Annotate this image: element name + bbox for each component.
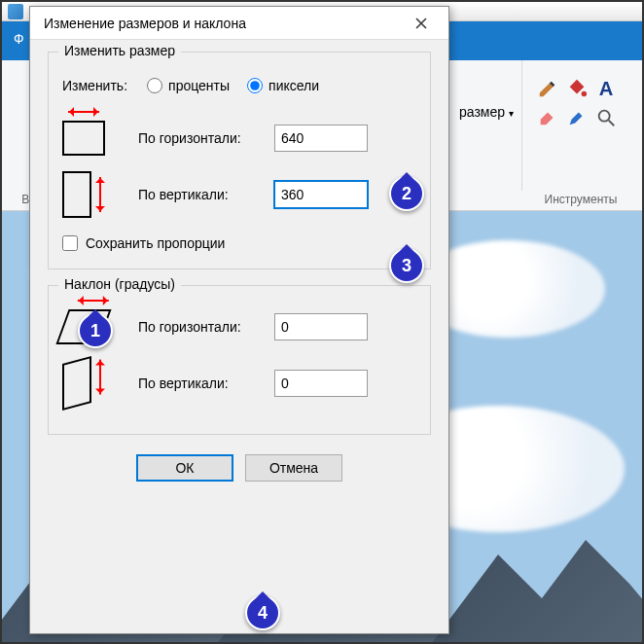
paint-app-icon — [8, 4, 23, 19]
resize-vertical-icon — [62, 171, 91, 218]
skew-group: Наклон (градусы) По горизонтали: По верт… — [48, 285, 431, 435]
dialog-title: Изменение размеров и наклона — [44, 16, 402, 31]
callout-3: 3 — [389, 248, 424, 283]
callout-2: 2 — [389, 176, 424, 211]
tools-label: Инструменты — [527, 193, 634, 206]
skew-horizontal-input[interactable] — [274, 313, 368, 340]
close-button[interactable] — [402, 10, 441, 37]
skew-group-title: Наклон (градусы) — [58, 276, 181, 292]
resize-group: Изменить размер Изменить: проценты пиксе… — [48, 52, 431, 269]
eyedropper-icon[interactable] — [566, 107, 588, 128]
chevron-down-icon: ▾ — [509, 108, 514, 119]
svg-text:A: A — [599, 78, 614, 99]
resize-by-label: Изменить: — [62, 78, 127, 93]
vertical-label: По вертикали: — [138, 186, 274, 203]
bucket-icon[interactable] — [566, 78, 588, 99]
callout-1: 1 — [78, 313, 113, 348]
magnifier-icon[interactable] — [595, 107, 617, 128]
text-icon[interactable]: A — [595, 78, 617, 99]
svg-point-2 — [599, 111, 610, 122]
cancel-button[interactable]: Отмена — [245, 454, 342, 482]
tools-group: A — [537, 78, 620, 128]
resize-group-title: Изменить размер — [58, 43, 181, 58]
skew-horizontal-label: По горизонтали: — [138, 318, 274, 336]
svg-line-3 — [609, 121, 615, 126]
vertical-input[interactable] — [274, 181, 368, 208]
close-icon — [415, 18, 427, 29]
eraser-icon[interactable] — [537, 107, 558, 128]
pencil-icon[interactable] — [537, 78, 558, 99]
ok-button[interactable]: ОК — [136, 454, 233, 482]
dialog-titlebar: Изменение размеров и наклона — [30, 7, 448, 40]
size-button[interactable]: размер ▾ — [459, 104, 514, 120]
resize-horizontal-icon — [62, 121, 105, 156]
skew-vertical-label: По вертикали: — [138, 375, 274, 392]
keep-ratio-checkbox[interactable] — [62, 235, 78, 251]
horizontal-label: По горизонтали: — [138, 129, 274, 147]
keep-ratio-label: Сохранить пропорции — [86, 235, 225, 251]
skew-vertical-input[interactable] — [274, 370, 368, 397]
svg-point-0 — [582, 91, 588, 97]
horizontal-input[interactable] — [274, 125, 368, 152]
callout-4: 4 — [245, 595, 280, 630]
radio-percent-input[interactable] — [147, 78, 162, 93]
skew-vertical-icon — [62, 356, 91, 411]
radio-percent[interactable]: проценты — [147, 78, 230, 93]
radio-pixels-input[interactable] — [247, 78, 263, 93]
radio-pixels[interactable]: пиксели — [247, 78, 319, 93]
